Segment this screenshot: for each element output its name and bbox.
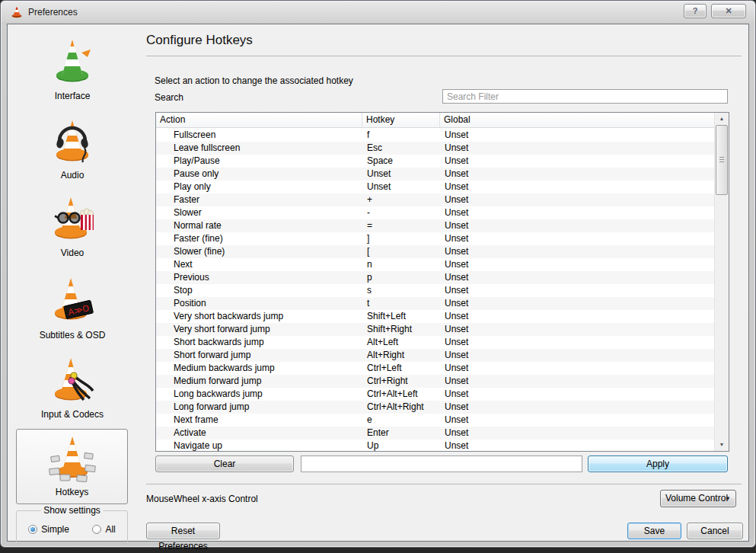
cell-hotkey[interactable]: Ctrl+Alt+Left (362, 388, 440, 401)
cell-global[interactable]: Unset (440, 414, 714, 427)
hotkey-assign-input[interactable] (301, 456, 582, 472)
scroll-up-button[interactable]: ▲ (716, 113, 728, 125)
cell-global[interactable]: Unset (440, 375, 714, 388)
sidebar-item-video[interactable]: Video (15, 193, 129, 258)
cell-hotkey[interactable]: Space (362, 155, 440, 168)
search-input[interactable] (442, 89, 728, 104)
table-row[interactable]: StopsUnset (156, 284, 714, 297)
table-row[interactable]: Leave fullscreenEscUnset (156, 142, 714, 155)
table-row[interactable]: Play/PauseSpaceUnset (156, 155, 714, 168)
cell-global[interactable]: Unset (440, 232, 714, 245)
cell-hotkey[interactable]: p (362, 271, 440, 284)
cell-hotkey[interactable]: n (362, 258, 440, 271)
cell-global[interactable]: Unset (440, 258, 714, 271)
cell-hotkey[interactable]: Unset (362, 181, 440, 193)
cell-global[interactable]: Unset (440, 206, 714, 219)
vertical-scrollbar[interactable]: ▲ ▼ (714, 113, 729, 451)
cell-action[interactable]: Slower (156, 206, 362, 219)
cell-hotkey[interactable]: f (362, 129, 440, 142)
cell-global[interactable]: Unset (440, 336, 714, 349)
cell-hotkey[interactable]: - (362, 206, 440, 219)
cell-global[interactable]: Unset (440, 388, 714, 401)
cell-action[interactable]: Activate (156, 427, 362, 440)
cell-global[interactable]: Unset (440, 142, 714, 155)
cell-hotkey[interactable]: Ctrl+Right (362, 375, 440, 388)
cell-global[interactable]: Unset (440, 129, 714, 142)
sidebar-item-hotkeys[interactable]: Hotkeys (16, 429, 128, 504)
table-row[interactable]: Navigate upUpUnset (156, 440, 714, 452)
cell-global[interactable]: Unset (440, 310, 714, 323)
table-row[interactable]: Long backwards jumpCtrl+Alt+LeftUnset (156, 388, 714, 401)
cell-global[interactable]: Unset (440, 362, 714, 375)
cell-hotkey[interactable]: Up (362, 440, 440, 452)
cell-global[interactable]: Unset (440, 155, 714, 168)
cell-hotkey[interactable]: Alt+Right (362, 349, 440, 362)
cell-action[interactable]: Play/Pause (156, 155, 362, 168)
cell-global[interactable]: Unset (440, 271, 714, 284)
table-row[interactable]: Slower (fine)[Unset (156, 245, 714, 258)
cell-hotkey[interactable]: Ctrl+Left (362, 362, 440, 375)
cell-global[interactable]: Unset (440, 427, 714, 440)
cell-global[interactable]: Unset (440, 349, 714, 362)
apply-button[interactable]: Apply (588, 456, 728, 472)
sidebar-item-interface[interactable]: Interface (15, 36, 129, 101)
cell-action[interactable]: Next frame (156, 414, 362, 427)
table-row[interactable]: Medium backwards jumpCtrl+LeftUnset (156, 362, 714, 375)
table-row[interactable]: PreviouspUnset (156, 271, 714, 284)
table-row[interactable]: Faster (fine)]Unset (156, 232, 714, 245)
table-row[interactable]: ActivateEnterUnset (156, 427, 714, 440)
cell-action[interactable]: Navigate up (156, 440, 362, 452)
column-header-hotkey[interactable]: Hotkey (362, 113, 440, 127)
cell-global[interactable]: Unset (440, 193, 714, 206)
table-row[interactable]: Short backwards jumpAlt+LeftUnset (156, 336, 714, 349)
close-button[interactable]: ✕ (711, 4, 746, 18)
table-row[interactable]: NextnUnset (156, 258, 714, 271)
cell-global[interactable]: Unset (440, 297, 714, 310)
cancel-button[interactable]: Cancel (687, 523, 743, 539)
cell-action[interactable]: Faster (fine) (156, 232, 362, 245)
mousewheel-dropdown[interactable]: Volume Control ▼ (660, 490, 736, 507)
cell-action[interactable]: Next (156, 258, 362, 271)
cell-action[interactable]: Short forward jump (156, 349, 362, 362)
clear-button[interactable]: Clear (155, 456, 294, 472)
sidebar-item-subtitles[interactable]: A≫O Subtitles & OSD (15, 275, 129, 340)
cell-global[interactable]: Unset (440, 181, 714, 193)
radio-simple[interactable]: Simple (28, 524, 69, 535)
cell-hotkey[interactable]: = (362, 219, 440, 232)
table-row[interactable]: Normal rate=Unset (156, 219, 714, 232)
cell-global[interactable]: Unset (440, 168, 714, 181)
scroll-down-button[interactable]: ▼ (716, 439, 728, 451)
table-row[interactable]: FullscreenfUnset (156, 129, 714, 142)
cell-global[interactable]: Unset (440, 245, 714, 258)
scrollbar-thumb[interactable] (716, 125, 728, 195)
table-row[interactable]: Long forward jumpCtrl+Alt+RightUnset (156, 401, 714, 414)
cell-hotkey[interactable]: s (362, 284, 440, 297)
cell-global[interactable]: Unset (440, 284, 714, 297)
cell-action[interactable]: Very short backwards jump (156, 310, 362, 323)
cell-global[interactable]: Unset (440, 323, 714, 336)
cell-hotkey[interactable]: Shift+Left (362, 310, 440, 323)
sidebar-item-input-codecs[interactable]: Input & Codecs (15, 354, 129, 420)
cell-action[interactable]: Long forward jump (156, 401, 362, 414)
column-header-global[interactable]: Global (440, 113, 714, 127)
cell-action[interactable]: Fullscreen (156, 129, 362, 142)
table-row[interactable]: Slower-Unset (156, 206, 714, 219)
cell-action[interactable]: Slower (fine) (156, 245, 362, 258)
sidebar-item-audio[interactable]: Audio (15, 115, 129, 181)
cell-hotkey[interactable]: Ctrl+Alt+Right (362, 401, 440, 414)
table-row[interactable]: Pause onlyUnsetUnset (156, 168, 714, 181)
table-row[interactable]: Short forward jumpAlt+RightUnset (156, 349, 714, 362)
cell-hotkey[interactable]: e (362, 414, 440, 427)
cell-action[interactable]: Medium forward jump (156, 375, 362, 388)
cell-hotkey[interactable]: ] (362, 232, 440, 245)
cell-action[interactable]: Short backwards jump (156, 336, 362, 349)
column-header-action[interactable]: Action (156, 113, 362, 127)
cell-action[interactable]: Previous (156, 271, 362, 284)
table-header[interactable]: Action Hotkey Global (156, 113, 714, 128)
save-button[interactable]: Save (627, 523, 681, 539)
reset-preferences-button[interactable]: Reset Preferences (146, 523, 220, 539)
cell-action[interactable]: Long backwards jump (156, 388, 362, 401)
help-button[interactable]: ? (684, 4, 707, 18)
table-row[interactable]: Faster+Unset (156, 193, 714, 206)
titlebar[interactable]: Preferences ? ✕ (1, 1, 755, 24)
